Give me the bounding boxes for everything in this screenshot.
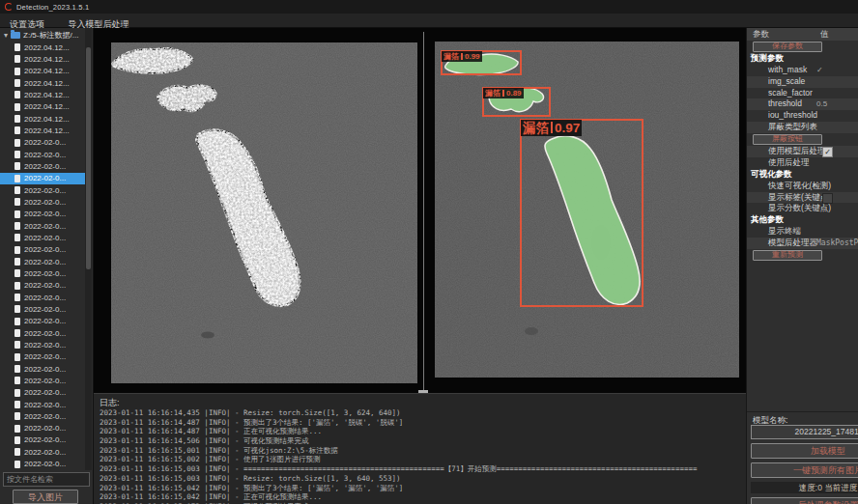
tree-item[interactable]: 2022.04.12... <box>0 77 85 89</box>
param-button[interactable]: 屏蔽按钮 <box>753 134 822 145</box>
tree-item[interactable]: 2022.04.12... <box>0 53 85 65</box>
tree-item[interactable]: 2022-02-0... <box>0 220 85 232</box>
tree-item-label: 2022-02-0... <box>24 352 66 361</box>
param-row[interactable]: scale_factor <box>747 88 858 99</box>
log-line: 2023-01-11 16:16:14,506 |INFO| - 可视化预测结果… <box>100 436 742 446</box>
log-line: 2023-01-11 16:16:14,487 |INFO| - 预测出了3个结… <box>100 418 742 428</box>
caret-down-icon[interactable]: ▾ <box>4 29 8 42</box>
predict-all-button[interactable]: 一键预测所有图片 <box>751 462 858 478</box>
tree-item[interactable]: 2022-02-0... <box>0 173 85 184</box>
tree-item[interactable]: 2022-02-0... <box>0 316 85 327</box>
tree-item-label: 2022-02-0... <box>24 210 66 218</box>
param-label: 显示标签(关键点) <box>747 192 831 204</box>
tree-item[interactable]: 2022-02-0... <box>0 256 85 267</box>
tree-item[interactable]: 2022-02-0... <box>0 446 85 458</box>
tree-item[interactable]: 2022-02-0... <box>0 363 85 375</box>
file-icon <box>14 91 20 98</box>
file-icon <box>14 282 20 290</box>
tree-item[interactable]: 2022-02-0... <box>0 209 85 220</box>
tree-item-label: 2022-02-0... <box>24 269 66 278</box>
tree-item[interactable]: 2022-02-0... <box>0 339 85 350</box>
import-image-button[interactable]: 导入图片 <box>13 490 78 504</box>
tree-item-label: 2022.04.12... <box>24 91 70 99</box>
param-label: 屏蔽类型列表 <box>747 122 817 133</box>
param-row: 其他参数 <box>747 214 858 226</box>
param-row[interactable]: 使用后处理 <box>747 157 858 169</box>
tree-item-label: 2022-02-0... <box>24 198 66 207</box>
tree-item[interactable]: 2022-02-0... <box>0 303 85 315</box>
tree-item-label: 2022-02-0... <box>24 234 66 242</box>
log-panel: 日志: 2023-01-11 16:16:14,435 |INFO| - Res… <box>94 393 746 504</box>
postprocess-settings-button[interactable]: 后处理参数设置 <box>751 497 858 504</box>
tree-item[interactable]: 2022-02-0... <box>0 458 85 469</box>
tree-item[interactable]: 2022-02-0... <box>0 375 85 386</box>
tree-item[interactable]: 2022.04.12... <box>0 66 85 77</box>
tree-root[interactable]: ▾ Z:/5-标注数据/... <box>0 29 78 42</box>
log-line: 2023-01-11 16:16:15,001 |INFO| - 可视化json… <box>100 446 742 456</box>
param-row[interactable]: 屏蔽类型列表 <box>747 122 858 133</box>
tree-item[interactable]: 2022-02-0... <box>0 267 85 279</box>
model-name-field[interactable]: 20221225_174813 <box>751 425 858 439</box>
tree-item[interactable]: 2022-02-0... <box>0 327 85 339</box>
tree-root-label: Z:/5-标注数据/... <box>23 30 78 41</box>
tree-item[interactable]: 2022-02-0... <box>0 351 85 363</box>
param-row[interactable]: 显示分数(关键点) <box>747 203 858 214</box>
tree-item[interactable]: 2022-02-0... <box>0 434 85 446</box>
tree-item[interactable]: 2022-02-0... <box>0 292 85 303</box>
param-row[interactable]: with_mask✓ <box>747 65 858 76</box>
image-viewer: 漏箔0.99 漏箔0.89 漏箔0.97 <box>94 28 746 393</box>
param-row[interactable]: 显示标签(关键点) <box>747 192 858 204</box>
param-button[interactable]: 重新预测 <box>753 250 822 261</box>
param-label: with_mask <box>747 65 807 76</box>
param-value: 0.5 <box>816 98 827 110</box>
log-line: 2023-01-11 16:16:15,042 |INFO| - 预测出了3个结… <box>100 484 742 493</box>
param-row[interactable]: iou_threshold <box>747 110 858 122</box>
tree-item[interactable]: 2022-02-0... <box>0 423 85 434</box>
filename-search-input[interactable] <box>3 472 90 487</box>
param-row[interactable]: 显示终端 <box>747 226 858 238</box>
app-window: { "window": { "title": "Detection_2023.1… <box>0 0 858 504</box>
file-icon <box>14 294 20 301</box>
label-separator <box>502 90 504 97</box>
file-icon <box>14 448 20 456</box>
tree-item[interactable]: 2022-02-0... <box>0 410 85 422</box>
original-image <box>111 42 417 383</box>
tree-item[interactable]: 2022-02-0... <box>0 232 85 243</box>
scrollbar-thumb[interactable] <box>86 47 91 269</box>
param-button[interactable]: 保存参数 <box>753 42 822 52</box>
tree-scrollbar[interactable] <box>85 28 92 470</box>
tree-item[interactable]: 2022-02-0... <box>0 399 85 410</box>
log-lines: 2023-01-11 16:16:14,435 |INFO| - Resize:… <box>100 408 742 504</box>
file-icon <box>14 365 20 373</box>
file-icon <box>14 353 20 361</box>
tree-item[interactable]: 2022.04.12... <box>0 101 85 113</box>
param-row[interactable]: 模型后处理器MaskPostProcess <box>747 238 858 249</box>
tree-item[interactable]: 2022-02-0... <box>0 280 85 292</box>
tree-item-label: 2022-02-0... <box>24 138 66 147</box>
tree-item[interactable]: 2022-02-0... <box>0 196 85 208</box>
tree-item[interactable]: 2022.04.12... <box>0 113 85 125</box>
tree-item-label: 2022-02-0... <box>24 424 66 433</box>
file-icon <box>14 186 20 194</box>
tree-item[interactable]: 2022-02-0... <box>0 184 85 196</box>
tree-item[interactable]: 2022-02-0... <box>0 137 85 149</box>
tree-item[interactable]: 2022-02-0... <box>0 244 85 256</box>
checkbox[interactable]: ✓ <box>822 147 833 157</box>
tree-item[interactable]: 2022-02-0... <box>0 160 85 172</box>
tree-item-label: 2022-02-0... <box>24 151 66 159</box>
file-icon <box>14 43 20 51</box>
load-model-button[interactable]: 加载模型 <box>751 443 858 459</box>
file-icon <box>14 139 20 147</box>
tree-item[interactable]: 2022-02-0... <box>0 387 85 399</box>
tree-item[interactable]: 2022.04.12... <box>0 89 85 100</box>
file-icon <box>14 162 20 170</box>
param-row[interactable]: threshold0.5 <box>747 98 858 110</box>
viewer-splitter[interactable] <box>423 32 424 390</box>
param-row[interactable]: 使用模型后处理✓ <box>747 146 858 157</box>
param-row[interactable]: 快速可视化(检测) <box>747 181 858 192</box>
tree-item[interactable]: 2022.04.12... <box>0 42 85 53</box>
checkbox[interactable] <box>822 193 833 204</box>
param-row[interactable]: img_scale <box>747 76 858 88</box>
tree-item[interactable]: 2022-02-0... <box>0 149 85 160</box>
tree-item[interactable]: 2022.04.12... <box>0 125 85 136</box>
